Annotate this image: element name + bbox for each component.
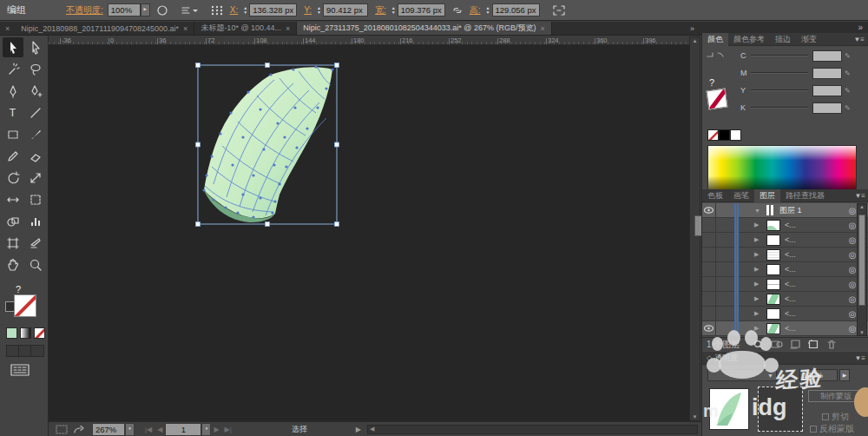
zoom-tool[interactable] <box>25 254 46 274</box>
black-swatch[interactable] <box>719 129 730 141</box>
fill-stroke-indicator[interactable]: ? <box>3 286 45 326</box>
layer-thumbnail[interactable] <box>766 220 780 231</box>
y-input[interactable]: 90.412 px <box>323 3 368 17</box>
document-tab-1[interactable]: Nipic_20180988_20171119094708245000.ai* … <box>15 22 194 35</box>
y-spinner[interactable]: ▲▼ <box>317 6 321 15</box>
swap-fill-stroke-icon[interactable] <box>706 50 728 60</box>
mask-thumbnail-well[interactable] <box>758 386 803 432</box>
clip-checkbox[interactable] <box>822 413 829 420</box>
layers-scrollbar[interactable]: ▲ ▼ <box>857 203 867 336</box>
expand-triangle[interactable]: ▶ <box>754 236 763 243</box>
panel-menu-icon[interactable]: ▼≡ <box>854 192 865 200</box>
layer-item-row[interactable]: ▶<...◎ <box>702 321 868 336</box>
hand-tool[interactable] <box>3 254 23 274</box>
vertical-scrollbar[interactable]: ▲ ▼ <box>689 36 700 421</box>
column-graph-tool[interactable] <box>25 211 46 231</box>
selection-tool[interactable] <box>3 37 23 57</box>
opacity-flyout-icon[interactable]: ▶ <box>839 369 850 381</box>
layer-item-row[interactable]: ▶<...◎ <box>702 218 868 233</box>
none-swatch[interactable] <box>707 129 719 141</box>
expand-triangle[interactable]: ▶ <box>754 266 763 273</box>
style-circle-icon[interactable] <box>156 4 168 17</box>
status-icon-arrow[interactable] <box>73 425 85 434</box>
blend-mode-select[interactable]: ▼ <box>707 369 777 381</box>
expand-triangle[interactable]: ▶ <box>754 295 763 302</box>
first-artboard-icon[interactable]: |◀ <box>145 426 152 433</box>
new-sublayer-icon[interactable] <box>790 340 801 349</box>
shape-builder-tool[interactable] <box>3 211 23 231</box>
x-label[interactable]: X: <box>230 5 238 15</box>
draw-inside-button[interactable] <box>31 346 43 356</box>
width-spinner[interactable]: ▲▼ <box>391 6 396 15</box>
opacity-input[interactable]: 100% <box>108 3 141 17</box>
layer-thumbnail[interactable] <box>766 279 780 290</box>
layer-thumbnail[interactable] <box>766 235 780 246</box>
x-input[interactable]: 136.328 px <box>249 3 297 17</box>
layer-item-row[interactable]: ▶<...◎ <box>702 262 868 277</box>
opacity-value[interactable]: 100% <box>799 369 838 381</box>
visibility-toggle[interactable] <box>702 321 716 336</box>
panel-menu-icon[interactable]: ▼≡ <box>854 354 865 362</box>
expand-triangle[interactable]: ▶ <box>754 310 763 317</box>
layer-item-row[interactable]: ▶<...◎ <box>702 233 868 248</box>
layer-item-row[interactable]: ▶<...◎ <box>702 277 868 292</box>
lasso-tool[interactable] <box>25 59 46 79</box>
expand-triangle[interactable]: ▶ <box>754 251 763 258</box>
k-slider[interactable] <box>751 107 808 109</box>
tab-layers[interactable]: 图层 <box>754 189 780 202</box>
opacity-label[interactable]: 不透明度: <box>66 4 103 17</box>
height-spinner[interactable]: ▲▼ <box>486 6 490 15</box>
align-dropdown-icon[interactable] <box>181 4 198 17</box>
none-button[interactable] <box>34 327 45 339</box>
document-tab-2[interactable]: 未标题-10* @ 100.44... × <box>194 22 297 35</box>
height-label[interactable]: 高: <box>470 4 481 17</box>
tab-close-icon[interactable]: × <box>286 24 290 33</box>
layer-name[interactable]: 图层 1 <box>779 205 845 216</box>
tab-color[interactable]: 颜色 <box>702 33 728 46</box>
last-artboard-icon[interactable]: ▶| <box>225 426 232 433</box>
x-spinner[interactable]: ▲▼ <box>243 6 247 15</box>
visibility-toggle[interactable] <box>702 292 716 307</box>
add-anchor-point-tool[interactable] <box>25 81 46 101</box>
stroke-swatch-none[interactable] <box>14 294 36 317</box>
make-clipping-mask-icon[interactable] <box>771 340 783 349</box>
y-label[interactable]: Y: <box>304 5 312 15</box>
next-artboard-icon[interactable]: ▶ <box>214 426 219 433</box>
hscroll-left-icon[interactable]: ▶ <box>356 426 361 433</box>
link-dimensions-icon[interactable] <box>451 5 464 16</box>
line-segment-tool[interactable] <box>25 102 46 122</box>
tab-stroke[interactable]: 描边 <box>770 33 796 46</box>
hscroll-arrow-icon[interactable]: ◀ <box>370 426 374 433</box>
layer-thumbnail[interactable] <box>766 249 780 261</box>
visibility-toggle[interactable] <box>702 262 716 277</box>
pencil-tool[interactable] <box>3 146 23 166</box>
mesh-shape[interactable] <box>204 67 332 218</box>
c-value-input[interactable] <box>812 50 842 62</box>
color-spectrum[interactable] <box>707 145 857 195</box>
scroll-down-icon[interactable]: ▼ <box>858 330 866 335</box>
layer-thumbnail[interactable] <box>766 264 780 275</box>
expand-triangle[interactable]: ▶ <box>754 281 763 287</box>
tab-close-icon[interactable]: × <box>541 24 545 33</box>
horizontal-scrollbar[interactable]: ◀ <box>367 425 698 434</box>
width-tool[interactable] <box>3 189 23 209</box>
visibility-toggle[interactable] <box>702 233 716 248</box>
layer-row[interactable]: ▼ 图层 1 ◎ <box>702 203 868 218</box>
visibility-toggle[interactable] <box>702 248 716 262</box>
y-slider[interactable] <box>751 89 808 91</box>
tab-close-icon[interactable]: × <box>183 24 187 33</box>
free-transform-icon[interactable] <box>552 4 566 17</box>
scroll-down-icon[interactable]: ▼ <box>690 414 700 419</box>
y-value-input[interactable] <box>812 85 842 96</box>
opacity-spinner[interactable]: ▶ <box>141 3 150 17</box>
canvas[interactable] <box>49 45 689 421</box>
color-button[interactable] <box>6 327 17 339</box>
panel-fill-swatch[interactable] <box>707 89 728 110</box>
zoom-dropdown-icon[interactable]: ▼ <box>125 423 135 436</box>
eraser-tool[interactable] <box>25 146 46 166</box>
visibility-toggle[interactable] <box>702 203 716 218</box>
slice-tool[interactable] <box>25 233 46 253</box>
draw-normal-button[interactable] <box>7 346 19 356</box>
c-slider[interactable] <box>751 55 808 56</box>
tab-overflow-icon[interactable]: » <box>683 22 701 35</box>
